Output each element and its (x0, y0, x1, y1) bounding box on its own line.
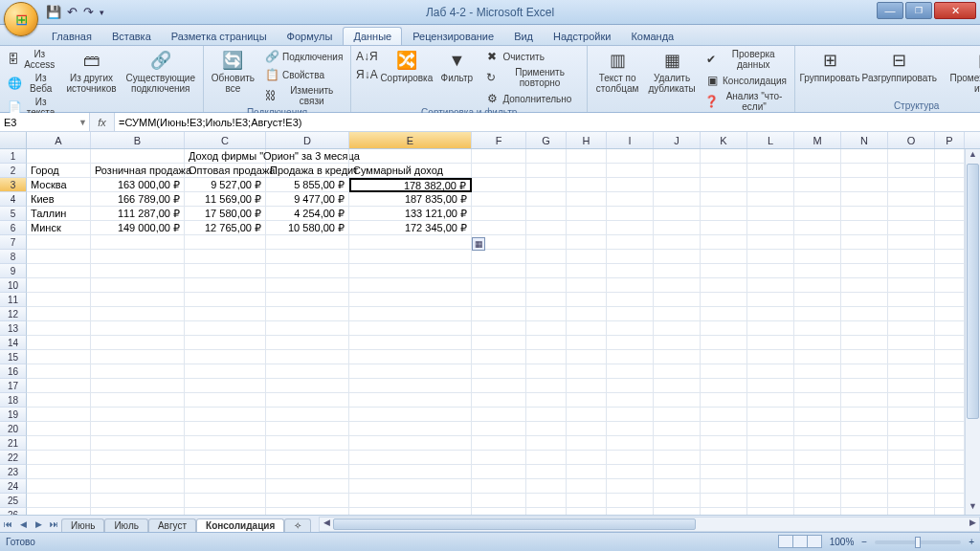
tab-вид[interactable]: Вид (504, 28, 543, 45)
cell[interactable] (841, 307, 888, 321)
cell[interactable] (935, 207, 965, 221)
col-header-M[interactable]: M (794, 132, 841, 148)
cell[interactable] (654, 479, 701, 494)
cell[interactable] (27, 422, 91, 436)
cell[interactable] (747, 321, 794, 336)
row-header[interactable]: 19 (0, 408, 27, 422)
cell[interactable] (794, 494, 841, 508)
cell[interactable] (607, 264, 654, 278)
cell[interactable] (607, 235, 654, 250)
cell[interactable] (27, 321, 91, 336)
cell[interactable]: 12 765,00 ₽ (185, 221, 266, 235)
cell[interactable] (27, 278, 91, 293)
cell[interactable]: 111 287,00 ₽ (91, 207, 185, 221)
cell[interactable] (935, 221, 965, 235)
cell[interactable] (935, 264, 965, 278)
cell[interactable] (654, 350, 701, 364)
sort-button[interactable]: 🔀Сортировка (381, 48, 432, 84)
cell[interactable] (526, 422, 567, 436)
smart-tag-icon[interactable]: ▦ (472, 237, 485, 251)
cell[interactable] (841, 336, 888, 350)
cell[interactable] (935, 393, 965, 408)
cell[interactable] (747, 479, 794, 494)
minimize-button[interactable]: — (877, 2, 903, 19)
cell[interactable] (185, 350, 266, 364)
sheet-tab-Июнь[interactable]: Июнь (61, 518, 104, 532)
cell[interactable] (701, 149, 747, 164)
cell[interactable] (567, 235, 607, 250)
cell[interactable] (266, 422, 349, 436)
col-header-D[interactable]: D (266, 132, 349, 148)
cell[interactable] (701, 451, 747, 465)
cell[interactable] (794, 178, 841, 192)
col-header-N[interactable]: N (841, 132, 888, 148)
from-access-button[interactable]: 🗄Из Access (5, 48, 59, 71)
row-header[interactable]: 2 (0, 164, 27, 178)
cell[interactable] (472, 321, 526, 336)
cell[interactable] (472, 307, 526, 321)
cell[interactable] (747, 207, 794, 221)
new-sheet-button[interactable]: ✧ (284, 518, 311, 532)
cell[interactable] (266, 479, 349, 494)
cell[interactable] (349, 350, 472, 364)
cell[interactable] (567, 207, 607, 221)
cell[interactable] (185, 250, 266, 264)
cell[interactable] (266, 278, 349, 293)
cell[interactable] (841, 350, 888, 364)
cell[interactable] (701, 164, 747, 178)
cell[interactable] (526, 336, 567, 350)
cell[interactable] (349, 465, 472, 479)
cell[interactable] (567, 494, 607, 508)
scroll-thumb[interactable] (967, 164, 979, 419)
cell[interactable] (526, 192, 567, 207)
close-button[interactable]: ✕ (934, 2, 976, 19)
cell[interactable] (607, 422, 654, 436)
cell[interactable] (185, 235, 266, 250)
cell[interactable] (888, 221, 935, 235)
consolidate-button[interactable]: ▣Консолидация (702, 72, 790, 89)
cell[interactable] (185, 408, 266, 422)
row-header[interactable]: 12 (0, 307, 27, 321)
cell[interactable] (794, 393, 841, 408)
view-buttons[interactable] (779, 535, 822, 550)
cell[interactable] (91, 250, 185, 264)
redo-icon[interactable]: ↷ (83, 5, 94, 19)
cell[interactable]: Продажа в кредит (266, 164, 349, 178)
cell[interactable] (266, 307, 349, 321)
row-header[interactable]: 16 (0, 364, 27, 379)
cell[interactable] (526, 164, 567, 178)
subtotal-button[interactable]: ▤Промежуточные итоги (940, 48, 980, 95)
cell[interactable] (185, 422, 266, 436)
cell[interactable] (266, 393, 349, 408)
row-header[interactable]: 18 (0, 393, 27, 408)
cell[interactable]: 187 835,00 ₽ (349, 192, 472, 207)
cell[interactable] (349, 479, 472, 494)
cell[interactable] (794, 465, 841, 479)
cell[interactable] (654, 465, 701, 479)
cell[interactable] (185, 393, 266, 408)
tab-рецензирование[interactable]: Рецензирование (403, 28, 503, 45)
cell[interactable] (841, 451, 888, 465)
cell[interactable] (935, 178, 965, 192)
col-header-B[interactable]: B (91, 132, 185, 148)
cell[interactable] (794, 422, 841, 436)
cell[interactable] (472, 149, 526, 164)
cell[interactable] (567, 479, 607, 494)
cell[interactable] (27, 436, 91, 451)
refresh-all-button[interactable]: 🔄Обновить все (209, 48, 257, 95)
sheet-nav-next[interactable]: ▶ (31, 519, 46, 529)
row-header[interactable]: 1 (0, 149, 27, 164)
filter-button[interactable]: ▼Фильтр (435, 48, 478, 84)
cell[interactable] (841, 321, 888, 336)
cell[interactable] (266, 508, 349, 515)
cell[interactable] (472, 451, 526, 465)
cell[interactable] (185, 307, 266, 321)
cell[interactable]: 166 789,00 ₽ (91, 192, 185, 207)
cell[interactable] (185, 293, 266, 307)
cell[interactable] (794, 149, 841, 164)
col-header-H[interactable]: H (567, 132, 607, 148)
cell[interactable] (701, 278, 747, 293)
cell[interactable] (349, 451, 472, 465)
cell[interactable] (27, 264, 91, 278)
cell[interactable] (841, 235, 888, 250)
